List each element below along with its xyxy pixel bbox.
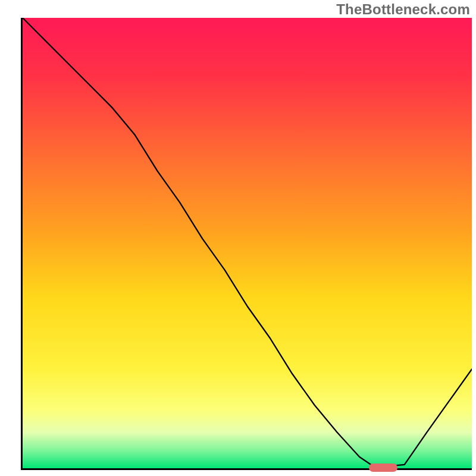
bottleneck-chart [23, 18, 472, 468]
watermark-text: TheBottleneck.com [336, 1, 470, 18]
optimum-marker [369, 464, 397, 472]
plot-area [21, 18, 472, 470]
chart-frame: TheBottleneck.com [0, 0, 476, 476]
